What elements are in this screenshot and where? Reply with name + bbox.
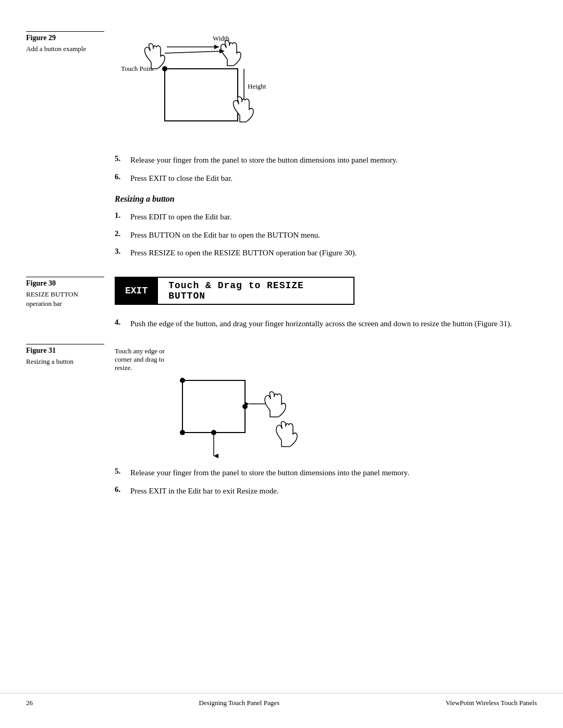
hand-cursor-right <box>265 392 286 417</box>
step-6-before: 6. Press EXIT to close the Edit bar. <box>115 172 532 184</box>
figure30-content: EXIT Touch & Drag to RESIZE BUTTON <box>115 277 563 305</box>
step-4-num: 4. <box>115 318 130 327</box>
step-5-before: 5. Release your finger from the panel to… <box>115 154 532 166</box>
steps-final-row: 5. Release your finger from the panel to… <box>0 467 563 503</box>
steps-final-left-empty <box>0 467 115 503</box>
step-6-num: 6. <box>115 172 130 181</box>
figure29-caption: Add a button example <box>26 44 104 54</box>
figure29-row: Figure 29 Add a button example Width <box>0 31 563 146</box>
figure30-margin: Figure 30 RESIZE BUTTON operation bar <box>0 277 115 309</box>
footer-page-number: 26 <box>26 699 33 707</box>
step-3-resize: 3. Press RESIZE to open the RESIZE BUTTO… <box>115 247 532 259</box>
step-2-resize: 2. Press BUTTON on the Edit bar to open … <box>115 229 532 241</box>
step-4-text: Push the edge of the button, and drag yo… <box>130 318 512 330</box>
figure29-label: Figure 29 <box>26 31 104 42</box>
figure30-caption: RESIZE BUTTON operation bar <box>26 290 104 309</box>
step-2-text: Press BUTTON on the Edit bar to open the… <box>130 229 320 241</box>
exit-button-display: EXIT <box>116 278 158 304</box>
figure29-illustration: Width Touch Point <box>115 31 563 146</box>
figure31-row: Figure 31 Resizing a button <box>0 344 563 459</box>
step-3-text: Press RESIZE to open the RESIZE BUTTON o… <box>130 247 357 259</box>
figure29-margin: Figure 29 Add a button example <box>0 31 115 54</box>
step-4-resize: 4. Push the edge of the button, and drag… <box>115 318 532 330</box>
steps-final-content: 5. Release your finger from the panel to… <box>115 467 563 503</box>
step-4-content: 4. Push the edge of the button, and drag… <box>115 318 563 336</box>
hand-cursor-bottomright <box>234 97 253 122</box>
step-3-num: 3. <box>115 247 130 256</box>
operation-bar-text: Touch & Drag to RESIZE BUTTON <box>158 278 353 304</box>
step-1-resize: 1. Press EDIT to open the Edit bar. <box>115 211 532 223</box>
operation-bar: EXIT Touch & Drag to RESIZE BUTTON <box>115 277 354 305</box>
step-5-text: Release your finger from the panel to st… <box>130 154 398 166</box>
step-2-num: 2. <box>115 229 130 238</box>
section-resize-title: Resizing a button <box>115 194 532 204</box>
fig31-button-rect <box>182 380 245 433</box>
width-drag-arrow <box>165 51 224 53</box>
footer-center-text: Designing Touch Panel Pages <box>199 699 279 707</box>
figure30-row: Figure 30 RESIZE BUTTON operation bar EX… <box>0 277 563 309</box>
step-1-num: 1. <box>115 211 130 220</box>
page: Figure 29 Add a button example Width <box>0 0 563 728</box>
hand-cursor-topright <box>221 41 241 66</box>
figure31-svg: Touch any edge or corner and drag to res… <box>115 344 313 469</box>
steps-left-empty <box>0 154 115 272</box>
hand-cursor-bottom <box>276 422 297 447</box>
figure31-diagram: Touch any edge or corner and drag to res… <box>115 344 261 459</box>
resizing-section: Resizing a button 1. Press EDIT to open … <box>115 194 532 259</box>
figure31-content: Touch any edge or corner and drag to res… <box>115 344 563 459</box>
figure29-svg: Width Touch Point <box>115 31 292 141</box>
step-6-text: Press EXIT to close the Edit bar. <box>130 172 232 184</box>
footer-right-text: ViewPoint Wireless Touch Panels <box>446 699 537 707</box>
button-rect <box>165 69 238 121</box>
touch-point-text: Touch Point <box>121 65 154 72</box>
step-6-final-num: 6. <box>115 485 130 494</box>
step-4-left-empty <box>0 318 115 336</box>
figure30-label: Figure 30 <box>26 277 104 288</box>
figure31-label: Figure 31 <box>26 344 104 355</box>
step-6-final: 6. Press EXIT in the Edit bar to exit Re… <box>115 485 532 497</box>
dot-tl <box>180 378 185 383</box>
step-4-row: 4. Push the edge of the button, and drag… <box>0 318 563 336</box>
step-6-final-text: Press EXIT in the Edit bar to exit Resiz… <box>130 485 279 497</box>
steps-5-6-before: 5. Release your finger from the panel to… <box>0 154 563 272</box>
dot-bc <box>211 430 216 435</box>
figure31-caption: Resizing a button <box>26 357 104 366</box>
dot-mr <box>242 404 248 409</box>
steps-right-content: 5. Release your finger from the panel to… <box>115 154 563 272</box>
height-label: Height <box>248 82 266 90</box>
step-1-text: Press EDIT to open the Edit bar. <box>130 211 231 223</box>
figure31-margin: Figure 31 Resizing a button <box>0 344 115 366</box>
fig31-caption-line1: Touch any edge or <box>115 347 165 355</box>
figure29-diagram: Width Touch Point <box>115 31 282 135</box>
dot-bl <box>180 430 185 435</box>
fig31-caption-line2: corner and drag to <box>115 355 164 363</box>
fig31-caption-line3: resize. <box>115 364 132 372</box>
footer: 26 Designing Touch Panel Pages ViewPoint… <box>0 693 563 707</box>
step-5-num: 5. <box>115 154 130 163</box>
